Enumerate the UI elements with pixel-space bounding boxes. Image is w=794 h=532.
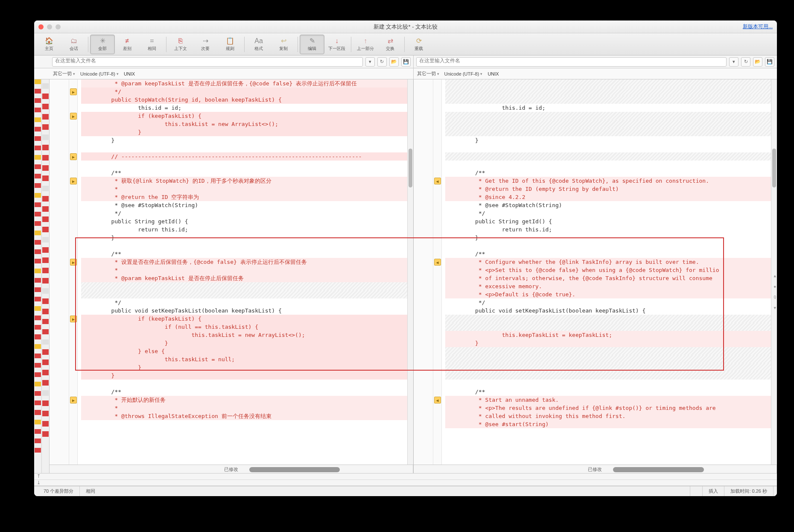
code-line[interactable]: if (keepTaskList) {: [81, 315, 407, 323]
code-line[interactable]: [81, 282, 407, 290]
left-file-input[interactable]: [52, 57, 363, 67]
code-line[interactable]: * @see #start(String): [445, 420, 771, 428]
right-file-field[interactable]: [419, 58, 724, 64]
code-line[interactable]: [445, 152, 771, 161]
code-line[interactable]: this.keepTaskList = keepTaskList;: [445, 331, 771, 339]
code-line[interactable]: */: [445, 209, 771, 217]
code-line[interactable]: * Configure whether the {@link TaskInfo}…: [445, 258, 771, 266]
code-line[interactable]: * @throws IllegalStateException 前一个任务没有结…: [81, 412, 407, 420]
left-open-icon[interactable]: 📂: [389, 57, 399, 67]
code-line[interactable]: this.taskList = null;: [81, 355, 407, 363]
code-line[interactable]: *: [81, 266, 407, 274]
code-line[interactable]: this.taskList = new ArrayList<>();: [81, 331, 407, 339]
toolbar-same-button[interactable]: =相同: [140, 35, 164, 54]
code-line[interactable]: /**: [81, 169, 407, 177]
code-line[interactable]: public void setKeepTaskList(boolean keep…: [81, 307, 407, 315]
code-line[interactable]: }: [81, 128, 407, 136]
left-file-field[interactable]: [55, 58, 360, 64]
code-line[interactable]: if (null == this.taskList) {: [81, 323, 407, 331]
code-line[interactable]: * @return the ID (empty String by defaul…: [445, 185, 771, 193]
code-line[interactable]: * 获取{@link StopWatch} 的ID，用于多个秒表对象的区分: [81, 177, 407, 185]
left-recent-icon[interactable]: ↻: [377, 57, 387, 67]
code-line[interactable]: * @param keepTaskList 是否在停止后保留任务: [81, 274, 407, 282]
toolbar-all-button[interactable]: ✳全部: [90, 35, 115, 54]
code-line[interactable]: if (keepTaskList) {: [81, 112, 407, 120]
left-save-icon[interactable]: 💾: [401, 57, 411, 67]
code-line[interactable]: return this.id;: [81, 225, 407, 234]
code-line[interactable]: }: [445, 339, 771, 347]
left-filter-other[interactable]: 其它一切: [53, 70, 75, 77]
merge-right-icon[interactable]: ⤓: [37, 480, 41, 485]
diff-arrow-icon[interactable]: ▶: [70, 153, 77, 160]
right-open-icon[interactable]: 📂: [753, 57, 762, 67]
diff-arrow-icon[interactable]: ◀: [434, 397, 441, 403]
toolbar-context-button[interactable]: ⎘上下文: [168, 35, 193, 54]
toolbar-edit-button[interactable]: ✎编辑: [300, 35, 324, 54]
code-line[interactable]: public StopWatch(String id, boolean keep…: [81, 96, 407, 104]
code-line[interactable]: [445, 120, 771, 128]
left-dropdown-icon[interactable]: ▾: [365, 57, 375, 67]
code-line[interactable]: [445, 363, 771, 371]
diff-arrow-icon[interactable]: ◀: [434, 259, 441, 266]
code-line[interactable]: }: [81, 363, 407, 371]
toolbar-home-button[interactable]: 🏠主页: [37, 35, 61, 54]
diff-arrow-icon[interactable]: ▶: [70, 259, 77, 266]
code-line[interactable]: * called without invoking this method fi…: [445, 412, 771, 420]
code-line[interactable]: * 开始默认的新任务: [81, 396, 407, 404]
diff-arrow-icon[interactable]: ▶: [70, 88, 77, 95]
diff-minimap[interactable]: [34, 79, 50, 473]
code-line[interactable]: [445, 380, 771, 388]
code-line[interactable]: [445, 144, 771, 152]
code-line[interactable]: /**: [445, 388, 771, 396]
right-save-icon[interactable]: 💾: [765, 57, 774, 67]
code-line[interactable]: }: [81, 234, 407, 242]
code-line[interactable]: [445, 323, 771, 331]
toolbar-session-button[interactable]: 🗂会话: [61, 35, 86, 54]
code-line[interactable]: * @see #StopWatch(String): [445, 201, 771, 209]
code-line[interactable]: */: [445, 298, 771, 307]
right-filter-encoding[interactable]: Unicode (UTF-8): [444, 71, 483, 76]
code-line[interactable]: [445, 161, 771, 169]
code-line[interactable]: * Get the ID of this {@code StopWatch}, …: [445, 177, 771, 185]
right-file-input[interactable]: [416, 57, 727, 67]
code-line[interactable]: return this.id;: [445, 225, 771, 234]
right-code-area[interactable]: this.id = id; } /** * Get the ID of this…: [414, 79, 777, 465]
toolbar-minor-button[interactable]: ⇢次要: [193, 35, 218, 54]
code-line[interactable]: }: [81, 371, 407, 380]
toolbar-rules-button[interactable]: 📋规则: [218, 35, 242, 54]
code-line[interactable]: } else {: [81, 347, 407, 355]
code-line[interactable]: }: [81, 339, 407, 347]
code-line[interactable]: [81, 290, 407, 298]
diff-arrow-icon[interactable]: ▶: [70, 178, 77, 184]
update-available-link[interactable]: 新版本可用...: [743, 23, 773, 30]
left-filter-encoding[interactable]: Unicode (UTF-8): [80, 71, 119, 76]
code-line[interactable]: [81, 242, 407, 250]
code-line[interactable]: }: [81, 136, 407, 144]
code-line[interactable]: [445, 88, 771, 96]
code-line[interactable]: * 设置是否在停止后保留任务，{@code false} 表示停止运行后不保留任…: [81, 258, 407, 266]
code-line[interactable]: public String getId() {: [81, 217, 407, 225]
code-line[interactable]: *: [81, 185, 407, 193]
merge-left-icon[interactable]: ⤒: [37, 474, 41, 479]
code-line[interactable]: this.taskList = new ArrayList<>();: [81, 120, 407, 128]
code-line[interactable]: [445, 112, 771, 120]
toolbar-diff-button[interactable]: ≠差别: [115, 35, 140, 54]
code-line[interactable]: * of intervals; otherwise, the {@code Ta…: [445, 274, 771, 282]
code-line[interactable]: }: [445, 136, 771, 144]
diff-arrow-icon[interactable]: ▶: [70, 113, 77, 120]
code-line[interactable]: }: [445, 234, 771, 242]
right-dropdown-icon[interactable]: ▾: [729, 57, 739, 67]
code-line[interactable]: * Start an unnamed task.: [445, 396, 771, 404]
code-line[interactable]: [445, 347, 771, 355]
code-line[interactable]: * @param keepTaskList 是否在停止后保留任务，{@code …: [81, 79, 407, 88]
code-line[interactable]: public String getId() {: [445, 217, 771, 225]
code-line[interactable]: // -------------------------------------…: [81, 152, 407, 161]
right-filter-other[interactable]: 其它一切: [417, 70, 439, 77]
right-recent-icon[interactable]: ↻: [741, 57, 750, 67]
left-h-scrollbar[interactable]: [249, 467, 340, 472]
code-line[interactable]: * @see #StopWatch(String): [81, 201, 407, 209]
code-line[interactable]: this.id = id;: [81, 104, 407, 112]
toolbar-prev-button[interactable]: ↑上一部分: [353, 35, 378, 54]
code-line[interactable]: this.id = id;: [445, 104, 771, 112]
code-line[interactable]: * excessive memory.: [445, 282, 771, 290]
